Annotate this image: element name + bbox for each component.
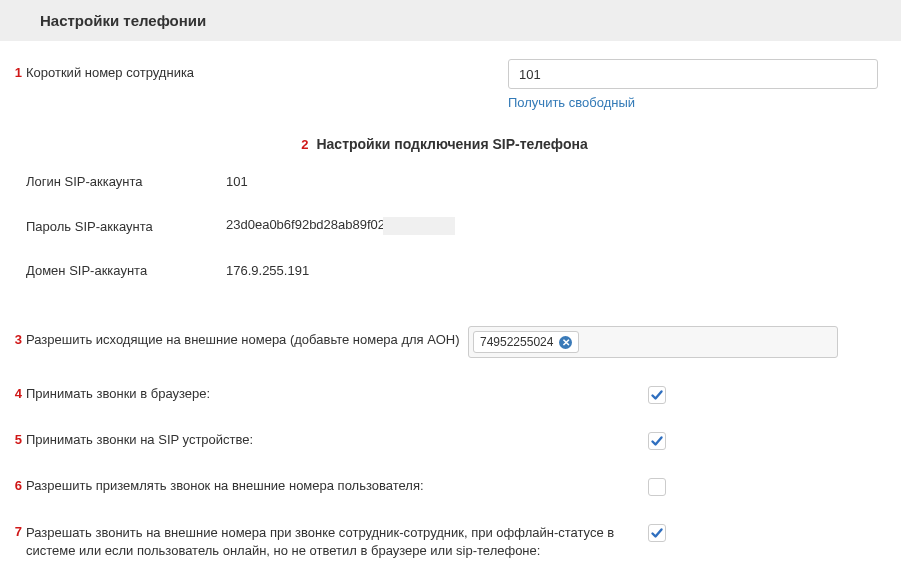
- caller-id-token-input[interactable]: 74952255024 ✕: [468, 326, 838, 358]
- annotation-number-3: 3: [8, 332, 22, 347]
- short-number-input[interactable]: [508, 59, 878, 89]
- page-header: Настройки телефонии: [0, 0, 901, 41]
- sip-section-heading: 2 Настройки подключения SIP-телефона: [8, 136, 881, 152]
- redacted-block: [383, 217, 455, 235]
- option-checkbox-5[interactable]: [648, 432, 666, 450]
- caller-id-row: 3 Разрешить исходящие на внешние номера …: [8, 326, 881, 358]
- caller-id-token-text: 74952255024: [480, 335, 553, 349]
- sip-password-label: Пароль SIP-аккаунта: [26, 219, 226, 234]
- annotation-number-2: 2: [301, 137, 308, 152]
- sip-login-label: Логин SIP-аккаунта: [26, 174, 226, 189]
- sip-login-value: 101: [226, 174, 248, 189]
- annotation-number-1: 1: [8, 65, 22, 80]
- content-area: 1 Короткий номер сотрудника Получить сво…: [0, 41, 901, 567]
- sip-login-row: Логин SIP-аккаунта 101: [26, 174, 881, 189]
- caller-id-token: 74952255024 ✕: [473, 331, 579, 353]
- caller-id-label: Разрешить исходящие на внешние номера (д…: [26, 332, 459, 347]
- option-label: Принимать звонки на SIP устройстве:: [26, 432, 253, 447]
- option-checkbox-7[interactable]: [648, 524, 666, 542]
- option-row-5: 5Принимать звонки на SIP устройстве:: [8, 432, 881, 450]
- remove-token-icon[interactable]: ✕: [559, 336, 572, 349]
- sip-domain-value: 176.9.255.191: [226, 263, 309, 278]
- option-label: Принимать звонки в браузере:: [26, 386, 210, 401]
- sip-domain-row: Домен SIP-аккаунта 176.9.255.191: [26, 263, 881, 278]
- option-label: Разрешать звонить на внешние номера при …: [26, 524, 636, 560]
- page-title: Настройки телефонии: [40, 12, 206, 29]
- option-row-7: 7Разрешать звонить на внешние номера при…: [8, 524, 881, 560]
- get-free-number-link[interactable]: Получить свободный: [508, 95, 635, 110]
- sip-password-value: 23d0ea0b6f92bd28ab89f02: [226, 217, 455, 235]
- short-number-row: 1 Короткий номер сотрудника Получить сво…: [8, 59, 881, 110]
- sip-section-title: Настройки подключения SIP-телефона: [316, 136, 587, 152]
- option-checkbox-6[interactable]: [648, 478, 666, 496]
- option-checkbox-4[interactable]: [648, 386, 666, 404]
- annotation-number-6: 6: [8, 478, 22, 493]
- annotation-number-5: 5: [8, 432, 22, 447]
- short-number-label: Короткий номер сотрудника: [26, 65, 194, 80]
- sip-domain-label: Домен SIP-аккаунта: [26, 263, 226, 278]
- annotation-number-7: 7: [8, 524, 22, 539]
- annotation-number-4: 4: [8, 386, 22, 401]
- option-label: Разрешить приземлять звонок на внешние н…: [26, 478, 424, 493]
- sip-password-row: Пароль SIP-аккаунта 23d0ea0b6f92bd28ab89…: [26, 217, 881, 235]
- option-row-6: 6Разрешить приземлять звонок на внешние …: [8, 478, 881, 496]
- sip-details: Логин SIP-аккаунта 101 Пароль SIP-аккаун…: [8, 174, 881, 278]
- option-row-4: 4Принимать звонки в браузере:: [8, 386, 881, 404]
